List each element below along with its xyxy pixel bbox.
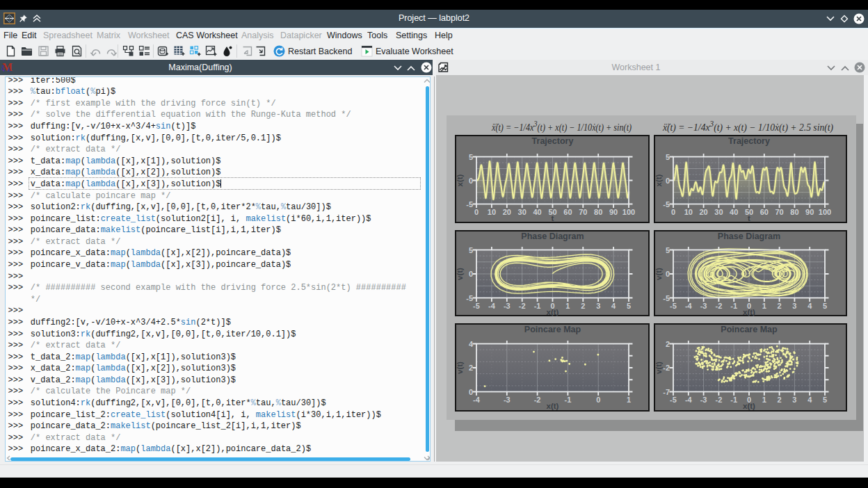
svg-text:4: 4 <box>807 396 812 404</box>
svg-text:-5: -5 <box>466 200 473 209</box>
svg-text:2: 2 <box>469 364 473 372</box>
svg-text:v(t): v(t) <box>654 268 663 280</box>
svg-text:-1: -1 <box>730 302 737 310</box>
svg-text:2: 2 <box>666 340 670 348</box>
svg-text:0: 0 <box>666 177 670 185</box>
svg-text:-3: -3 <box>700 396 707 404</box>
svg-text:3: 3 <box>792 302 796 310</box>
svg-text:x(t): x(t) <box>654 174 663 186</box>
svg-text:0: 0 <box>474 208 479 216</box>
svg-text:-2: -2 <box>663 364 670 372</box>
svg-text:5: 5 <box>823 396 827 404</box>
svg-text:20: 20 <box>503 208 511 216</box>
svg-text:90: 90 <box>609 208 618 216</box>
svg-text:-5: -5 <box>473 302 480 310</box>
svg-text:v(t): v(t) <box>456 361 464 374</box>
svg-text:-5: -5 <box>670 302 677 310</box>
svg-text:0: 0 <box>671 208 675 216</box>
svg-text:1: 1 <box>627 396 631 404</box>
svg-text:70: 70 <box>579 208 587 216</box>
svg-text:-3: -3 <box>504 302 511 310</box>
svg-text:100: 100 <box>819 208 831 216</box>
svg-text:80: 80 <box>790 208 798 216</box>
svg-text:0: 0 <box>596 396 600 404</box>
svg-text:5: 5 <box>627 302 631 310</box>
svg-text:x(t): x(t) <box>743 308 755 316</box>
svg-text:-4: -4 <box>685 302 693 310</box>
svg-text:v(t): v(t) <box>456 268 464 280</box>
svg-text:90: 90 <box>805 208 814 216</box>
svg-text:60: 60 <box>563 208 572 216</box>
svg-text:x(t): x(t) <box>743 402 755 410</box>
svg-text:-3: -3 <box>700 302 707 310</box>
svg-text:5: 5 <box>666 153 670 161</box>
svg-text:2: 2 <box>581 302 585 310</box>
svg-text:0: 0 <box>469 388 473 396</box>
svg-text:4: 4 <box>807 302 812 310</box>
svg-text:1: 1 <box>762 302 766 310</box>
svg-text:-1: -1 <box>730 396 737 404</box>
svg-text:-5: -5 <box>466 294 473 302</box>
svg-text:Phase Diagram: Phase Diagram <box>521 231 584 241</box>
svg-text:Trajectory: Trajectory <box>532 136 574 146</box>
svg-text:t: t <box>748 214 750 222</box>
svg-text:Trajectory: Trajectory <box>728 136 770 146</box>
svg-text:30: 30 <box>518 208 527 216</box>
svg-text:x(t): x(t) <box>456 174 464 186</box>
svg-text:20: 20 <box>699 208 707 216</box>
svg-text:60: 60 <box>760 208 769 216</box>
svg-text:-2: -2 <box>716 396 723 404</box>
svg-text:v(t): v(t) <box>654 361 663 374</box>
svg-text:0: 0 <box>469 270 473 278</box>
svg-text:5: 5 <box>469 246 473 254</box>
svg-text:-2: -2 <box>716 302 723 310</box>
svg-text:1: 1 <box>565 302 570 310</box>
svg-text:2: 2 <box>778 396 782 404</box>
svg-text:-5: -5 <box>663 294 670 302</box>
svg-text:Poincare Map: Poincare Map <box>524 325 581 334</box>
svg-text:Phase Diagram: Phase Diagram <box>718 231 780 241</box>
svg-text:5: 5 <box>823 302 827 310</box>
svg-text:80: 80 <box>594 208 602 216</box>
svg-text:x(t): x(t) <box>547 402 559 410</box>
svg-text:10: 10 <box>488 208 496 216</box>
svg-text:-4: -4 <box>488 302 496 310</box>
svg-text:-5: -5 <box>663 200 670 209</box>
svg-text:Poincare Map: Poincare Map <box>721 325 778 334</box>
svg-text:-4: -4 <box>473 396 481 404</box>
svg-text:-1: -1 <box>565 396 572 404</box>
svg-text:10: 10 <box>684 208 693 216</box>
svg-text:4: 4 <box>469 340 474 348</box>
svg-text:70: 70 <box>775 208 783 216</box>
svg-text:0: 0 <box>469 177 473 185</box>
svg-text:40: 40 <box>730 208 738 216</box>
svg-text:3: 3 <box>792 396 796 404</box>
svg-text:-5: -5 <box>670 396 677 404</box>
svg-text:0: 0 <box>666 270 670 278</box>
svg-text:30: 30 <box>714 208 723 216</box>
svg-text:-2: -2 <box>519 302 526 310</box>
svg-text:5: 5 <box>666 246 670 254</box>
svg-text:-3: -3 <box>504 396 511 404</box>
svg-text:-7: -7 <box>663 388 670 396</box>
svg-text:2: 2 <box>778 302 782 310</box>
svg-text:-4: -4 <box>685 396 693 404</box>
svg-text:4: 4 <box>611 302 616 310</box>
svg-text:-2: -2 <box>534 396 541 404</box>
svg-text:x(t): x(t) <box>547 308 559 316</box>
svg-text:3: 3 <box>596 302 600 310</box>
svg-text:1: 1 <box>762 396 766 404</box>
svg-text:t: t <box>552 214 554 222</box>
svg-text:5: 5 <box>469 153 473 161</box>
svg-text:100: 100 <box>622 208 635 216</box>
svg-text:40: 40 <box>533 208 541 216</box>
svg-text:-1: -1 <box>534 302 541 310</box>
svg-text:ξ: ξ <box>1 63 5 72</box>
